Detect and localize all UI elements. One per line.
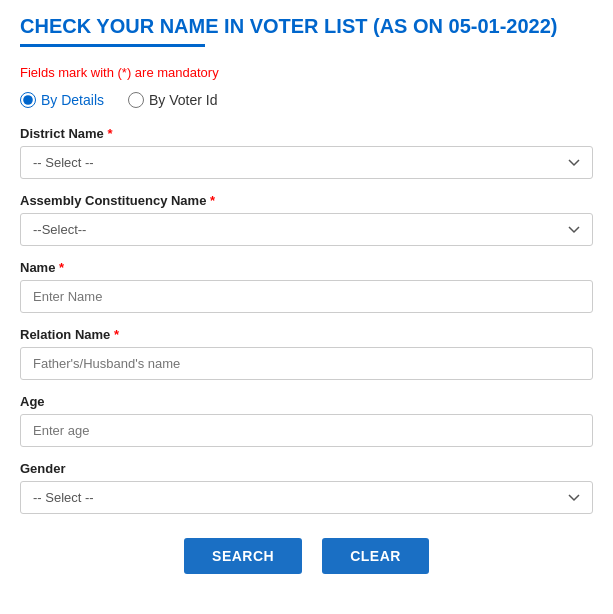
button-row: SEARCH CLEAR	[20, 538, 593, 574]
district-label-text: District Name	[20, 126, 104, 141]
mandatory-note-suffix: are mandatory	[131, 65, 218, 80]
assembly-select[interactable]: --Select--	[20, 213, 593, 246]
gender-select[interactable]: -- Select -- Male Female Other	[20, 481, 593, 514]
gender-label: Gender	[20, 461, 593, 476]
by-voter-id-radio[interactable]	[128, 92, 144, 108]
relation-label-text: Relation Name	[20, 327, 110, 342]
age-field-group: Age	[20, 394, 593, 447]
age-label: Age	[20, 394, 593, 409]
assembly-field-group: Assembly Constituency Name * --Select--	[20, 193, 593, 246]
mandatory-note-text: Fields mark with	[20, 65, 118, 80]
mandatory-note: Fields mark with (*) are mandatory	[20, 65, 593, 80]
age-label-text: Age	[20, 394, 45, 409]
clear-button[interactable]: CLEAR	[322, 538, 429, 574]
by-details-radio[interactable]	[20, 92, 36, 108]
by-details-option[interactable]: By Details	[20, 92, 104, 108]
search-button[interactable]: SEARCH	[184, 538, 302, 574]
district-select[interactable]: -- Select --	[20, 146, 593, 179]
age-input[interactable]	[20, 414, 593, 447]
page-title: CHECK YOUR NAME IN VOTER LIST (AS ON 05-…	[20, 15, 593, 38]
district-field-group: District Name * -- Select --	[20, 126, 593, 179]
search-type-radio-group: By Details By Voter Id	[20, 92, 593, 108]
title-underline	[20, 44, 205, 47]
gender-field-group: Gender -- Select -- Male Female Other	[20, 461, 593, 514]
relation-field-group: Relation Name *	[20, 327, 593, 380]
relation-required-star: *	[114, 327, 119, 342]
relation-input[interactable]	[20, 347, 593, 380]
mandatory-asterisk: (*)	[118, 65, 132, 80]
district-required-star: *	[107, 126, 112, 141]
relation-label: Relation Name *	[20, 327, 593, 342]
assembly-label-text: Assembly Constituency Name	[20, 193, 206, 208]
name-field-group: Name *	[20, 260, 593, 313]
name-label: Name *	[20, 260, 593, 275]
by-details-label: By Details	[41, 92, 104, 108]
name-input[interactable]	[20, 280, 593, 313]
name-required-star: *	[59, 260, 64, 275]
assembly-required-star: *	[210, 193, 215, 208]
by-voter-id-label: By Voter Id	[149, 92, 217, 108]
by-voter-id-option[interactable]: By Voter Id	[128, 92, 217, 108]
assembly-label: Assembly Constituency Name *	[20, 193, 593, 208]
name-label-text: Name	[20, 260, 55, 275]
district-label: District Name *	[20, 126, 593, 141]
gender-label-text: Gender	[20, 461, 66, 476]
